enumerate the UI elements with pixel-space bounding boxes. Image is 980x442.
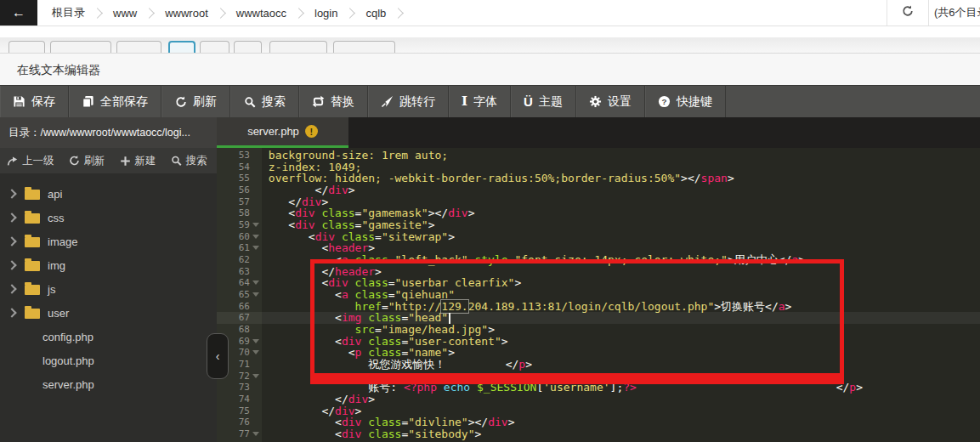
toolbar-button-label: 设置 <box>608 94 632 110</box>
editor-tab-server-php[interactable]: server.php ! <box>217 117 348 148</box>
code-line[interactable]: 60 <div class="sitewrap"> <box>217 231 980 243</box>
code-line[interactable]: 76 <div class="divline"></div> <box>217 416 980 428</box>
code-text: 祝您游戏愉快！ </p> <box>262 359 532 371</box>
fold-arrow-icon[interactable] <box>252 223 259 227</box>
breadcrumb-item[interactable]: wwwtaocc <box>234 7 289 20</box>
tree-folder-row[interactable]: user <box>0 301 217 325</box>
code-text: overflow: hidden; -webkit-border-radius:… <box>262 173 734 184</box>
goto-line-button[interactable]: 跳转行 <box>368 86 449 117</box>
replace-button[interactable]: 替换 <box>299 86 368 117</box>
code-line[interactable]: 61 <header> <box>217 242 980 254</box>
breadcrumb-item[interactable]: login <box>312 7 340 20</box>
code-line[interactable]: 62 <a class="left_back" style="font-size… <box>217 254 980 266</box>
breadcrumb-item[interactable]: 根目录 <box>49 5 88 20</box>
search-button[interactable]: 搜索 <box>230 86 299 117</box>
code-line[interactable]: 73 账号: <?php echo $_SESSION['username'];… <box>217 382 980 394</box>
code-line[interactable]: 75 </div> <box>217 405 980 417</box>
file-name: logout.php <box>42 354 94 367</box>
fold-arrow-icon[interactable] <box>252 339 259 343</box>
code-text: <a class="qiehuan" <box>262 289 455 301</box>
file-name: server.php <box>42 378 94 391</box>
chevron-right-icon[interactable] <box>7 212 16 222</box>
sidebar-collapse-handle[interactable]: ‹ <box>207 333 229 379</box>
code-line[interactable]: 59 <div class="gamesite"> <box>217 219 980 231</box>
font-icon: I <box>462 95 467 108</box>
code-line[interactable]: 54 z-index: 1049; <box>217 162 980 173</box>
search-button[interactable]: 搜索 <box>171 154 207 168</box>
code-line[interactable]: 69 <div class="user-content"> <box>217 336 980 348</box>
breadcrumb-bar: ← 根目录wwwwwwrootwwwtaocclogincqlb <box>0 0 980 26</box>
fold-arrow-icon[interactable] <box>252 235 259 239</box>
code-line[interactable]: 66 href="http://129.204.189.113:81/login… <box>217 301 980 313</box>
chevron-right-icon[interactable] <box>7 260 16 269</box>
fold-arrow-icon[interactable] <box>252 246 259 250</box>
fold-arrow-icon[interactable] <box>252 280 259 285</box>
line-number: 56 <box>217 184 262 196</box>
settings-icon <box>589 95 602 108</box>
breadcrumb-item[interactable]: cqlb <box>363 7 388 20</box>
code-line[interactable]: 70 <p class="name"> <box>217 347 980 359</box>
code-lines: 53 background-size: 1rem auto;54 z-index… <box>217 150 980 440</box>
tree-folder-row[interactable]: api <box>0 182 217 206</box>
tree-folder-row[interactable]: image <box>0 230 217 253</box>
code-line[interactable]: 63 </header> <box>217 266 980 278</box>
fold-arrow-icon[interactable] <box>252 432 259 436</box>
fold-arrow-icon[interactable] <box>252 374 259 378</box>
code-line[interactable]: 58 <div class="gamemask"></div> <box>217 207 980 219</box>
tree-file-row[interactable]: config.php <box>0 325 217 348</box>
folder-icon <box>25 309 40 319</box>
line-number: 55 <box>217 173 262 184</box>
theme-button[interactable]: Ü主题 <box>511 86 576 117</box>
refresh-directory-button[interactable] <box>887 0 929 26</box>
font-button[interactable]: I字体 <box>449 86 511 117</box>
tree-folder-row[interactable]: css <box>0 206 217 230</box>
tree-folder-row[interactable]: js <box>0 277 217 301</box>
code-line[interactable]: 68 src="image/head.jpg"> <box>217 324 980 336</box>
refresh-button[interactable]: 刷新 <box>69 154 105 168</box>
line-number: 59 <box>217 219 262 231</box>
code-text: <header> <box>262 242 375 254</box>
code-line[interactable]: 53 background-size: 1rem auto; <box>217 150 980 162</box>
code-text: z-index: 1049; <box>262 162 361 173</box>
main-area: 上一级刷新新建搜索 apicssimageimgjsuserconfig.php… <box>0 148 980 442</box>
fold-arrow-icon[interactable] <box>252 292 259 297</box>
hotkeys-button[interactable]: ?快捷键 <box>645 86 726 117</box>
back-button[interactable]: ← <box>0 0 37 26</box>
chevron-right-icon[interactable] <box>7 284 16 293</box>
code-line[interactable]: 65 <a class="qiehuan" <box>217 289 980 301</box>
code-line[interactable]: 74 </div> <box>217 394 980 405</box>
settings-button[interactable]: 设置 <box>576 86 645 117</box>
line-number: 77 <box>217 428 262 440</box>
up-level-button[interactable]: 上一级 <box>7 154 54 168</box>
fold-arrow-icon[interactable] <box>252 350 259 354</box>
code-line[interactable]: 57 </div> <box>217 196 980 208</box>
line-number: 53 <box>217 150 262 162</box>
breadcrumb-item[interactable]: www <box>110 7 139 20</box>
refresh-icon <box>69 156 80 167</box>
code-line[interactable]: 67 <img class="head" <box>217 312 980 324</box>
chevron-right-icon[interactable] <box>7 189 16 198</box>
line-number: 74 <box>217 394 262 405</box>
breadcrumb-item[interactable]: wwwroot <box>162 7 211 20</box>
code-line[interactable]: 71 祝您游戏愉快！ </p> <box>217 359 980 371</box>
code-line[interactable]: 55 overflow: hidden; -webkit-border-radi… <box>217 173 980 184</box>
chevron-right-icon[interactable] <box>7 236 16 246</box>
chevron-separator-icon <box>293 8 304 19</box>
line-number: 66 <box>217 301 262 313</box>
line-number: 65 <box>217 289 262 301</box>
code-line[interactable]: 64 <div class="userbar clearfix"> <box>217 277 980 289</box>
tree-folder-row[interactable]: img <box>0 253 217 277</box>
code-line[interactable]: 56 </div> <box>217 184 980 196</box>
code-editor[interactable]: 53 background-size: 1rem auto;54 z-index… <box>217 148 980 442</box>
save-button[interactable]: 保存 <box>0 86 69 117</box>
code-line[interactable]: 72 <p <box>217 371 980 382</box>
code-line[interactable]: 77 <div class="sitebody"> <box>217 428 980 440</box>
chevron-right-icon[interactable] <box>7 308 16 317</box>
tree-file-row[interactable]: server.php <box>0 372 217 396</box>
tree-file-row[interactable]: logout.php <box>0 348 217 372</box>
code-text: <div class="sitewrap"> <box>262 231 455 243</box>
svg-text:?: ? <box>661 97 666 106</box>
save-all-button[interactable]: 全部保存 <box>69 86 161 117</box>
refresh-button[interactable]: 刷新 <box>161 86 230 117</box>
new-button[interactable]: 新建 <box>120 154 156 168</box>
